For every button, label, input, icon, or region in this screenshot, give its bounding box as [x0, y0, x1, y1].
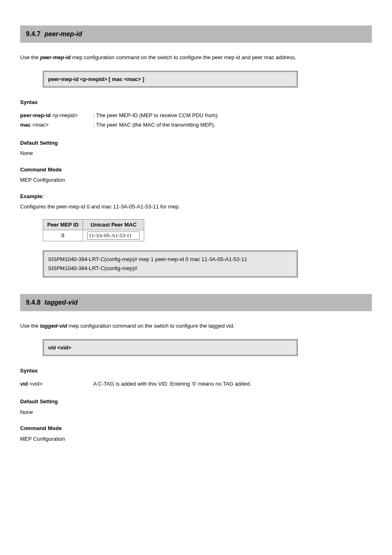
param-type: <mac> — [32, 122, 49, 128]
syntax-params-2: vid <vid> A C-TAG is added with this VID… — [20, 380, 372, 388]
mode-heading-2: Command Mode — [20, 424, 372, 432]
command-box-1: SISPM1040-384-LRT-C(config-mep)# mep 1 p… — [43, 250, 298, 278]
syntax-box-1: peer-mep-id <p-mepid> [ mac <mac> ] — [43, 71, 298, 88]
mode-heading-1: Command Mode — [20, 166, 372, 174]
mode-body-1: MEP Configuration — [20, 176, 372, 184]
cell-peer-id: 0 — [43, 230, 83, 241]
section-header-tagged-vid: 9.4.8 tagged-vid — [20, 294, 372, 311]
intro-prefix: Use the — [20, 323, 39, 329]
syntax-heading-2: Syntax — [20, 367, 372, 375]
section-title: tagged-vid — [44, 299, 78, 306]
table-row: 0 — [43, 230, 144, 241]
param-desc: A C-TAG is added with this VID. Entering… — [93, 380, 372, 388]
cell-peer-mac — [83, 230, 144, 241]
syntax-box-2: vid <vid> — [43, 339, 298, 356]
param-key: mac — [20, 122, 31, 128]
syntax-params-1: peer-mep-id <p-mepid> : The peer MEP-ID … — [20, 111, 372, 129]
syntax-box-text: vid <vid> — [48, 345, 71, 351]
col-header-peer-mep-id: Peer MEP ID — [43, 219, 83, 230]
default-heading-1: Default Setting — [20, 139, 372, 147]
intro-function: peer-mep-id — [40, 54, 70, 60]
param-key: vid — [20, 381, 28, 387]
section-header-peer-mep-id: 9.4.7 peer-mep-id — [20, 25, 372, 43]
intro-paragraph-1: Use the peer-mep-id mep configuration co… — [20, 53, 372, 62]
param-key: peer-mep-id — [20, 112, 51, 118]
param-desc: : The peer MAC (the MAC of the transmitt… — [93, 121, 372, 129]
default-heading-2: Default Setting — [20, 398, 372, 406]
param-type: <p-mepid> — [52, 112, 78, 118]
syntax-box-text: peer-mep-id <p-mepid> [ mac <mac> ] — [48, 76, 144, 82]
peer-table-wrap: Peer MEP ID Unicast Peer MAC 0 — [43, 219, 372, 242]
example-heading-1: Example: — [20, 192, 372, 201]
default-body-1: None — [20, 149, 372, 157]
param-desc: : The peer MEP-ID (MEP to receive CCM PD… — [93, 111, 372, 120]
mode-body-2: MEP Configuration — [20, 435, 372, 443]
syntax-heading-1: Syntax — [20, 98, 372, 106]
section-title: peer-mep-id — [44, 30, 82, 37]
section-number: 9.4.7 — [26, 30, 41, 37]
intro-paragraph-2: Use the tagged-vid mep configuration com… — [20, 322, 372, 330]
intro-suffix: mep configuration command on the switch … — [72, 54, 296, 60]
command-text: SISPM1040-384-LRT-C(config-mep)# mep 1 p… — [48, 256, 247, 271]
intro-function: tagged-vid — [40, 323, 67, 329]
table-header-row: Peer MEP ID Unicast Peer MAC — [43, 219, 144, 230]
peer-mac-input[interactable] — [87, 231, 140, 240]
section-number: 9.4.8 — [26, 299, 41, 306]
example-text-1: Configures the peer-mep-id 0 and mac 11-… — [20, 203, 372, 211]
intro-suffix: mep configuration command on the switch … — [69, 323, 235, 329]
peer-id-value: 0 — [62, 232, 65, 238]
param-type: <vid> — [29, 381, 42, 387]
col-header-unicast-peer-mac: Unicast Peer MAC — [83, 219, 144, 230]
intro-prefix: Use the — [20, 54, 39, 60]
default-body-2: None — [20, 408, 372, 416]
peer-mep-table: Peer MEP ID Unicast Peer MAC 0 — [43, 219, 144, 242]
